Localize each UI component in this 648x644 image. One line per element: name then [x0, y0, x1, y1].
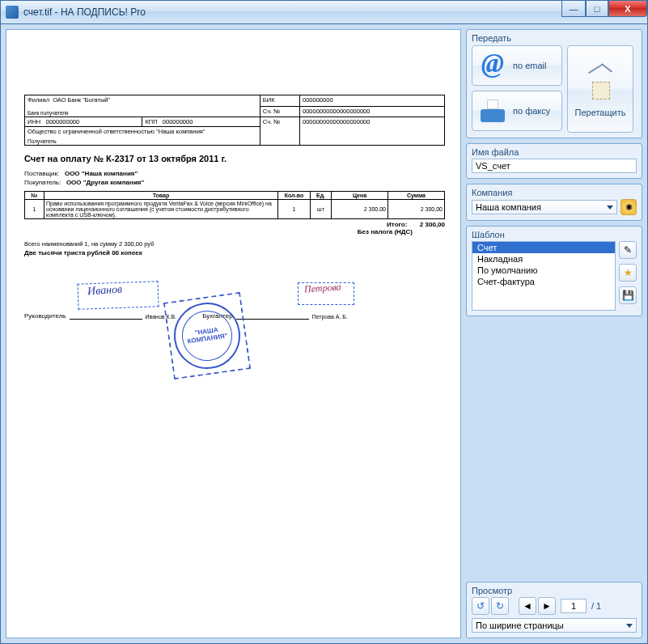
preview-panel: Просмотр ↺ ↻ ◄ ► / 1 По ширине страницы: [466, 582, 642, 638]
prev-page-button[interactable]: ◄: [519, 597, 536, 615]
company-settings-button[interactable]: ✺: [620, 199, 637, 215]
page-total: / 1: [591, 601, 601, 611]
chevron-down-icon: [607, 205, 613, 210]
gear-icon: ✺: [625, 202, 633, 213]
drag-cursor-icon: [584, 61, 616, 100]
table-row: 1 Право использования программного проду…: [25, 200, 445, 219]
document-page: Филиал ОАО Банк "Богатый" Банк получател…: [24, 38, 445, 320]
template-edit-button[interactable]: ✎: [619, 241, 637, 259]
signature-1: Иванов: [87, 283, 122, 299]
close-button[interactable]: X: [608, 1, 647, 17]
rotate-right-icon: ↻: [496, 600, 504, 612]
rotate-left-button[interactable]: ↺: [472, 597, 489, 615]
triangle-left-icon: ◄: [523, 600, 532, 612]
send-panel: Передать @ по email по факсу: [466, 29, 642, 138]
template-panel: Шаблон СчетНакладнаяПо умолчаниюСчет-фак…: [466, 226, 642, 316]
pencil-icon: ✎: [624, 244, 632, 256]
company-panel: Компания Наша компания ✺: [466, 184, 642, 221]
document-preview[interactable]: Филиал ОАО Банк "Богатый" Банк получател…: [6, 29, 461, 638]
template-item[interactable]: Счет-фактура: [472, 276, 615, 287]
rotate-right-button[interactable]: ↻: [491, 597, 509, 615]
filename-input[interactable]: [472, 159, 637, 173]
signature-2: Петрова: [304, 281, 342, 295]
template-list[interactable]: СчетНакладнаяПо умолчаниюСчет-фактура: [472, 241, 616, 311]
printer-icon: [479, 100, 506, 122]
template-item[interactable]: Накладная: [472, 253, 615, 265]
chevron-down-icon: [626, 624, 633, 628]
floppy-icon: 💾: [622, 290, 634, 301]
app-icon: [6, 6, 19, 19]
company-select[interactable]: Наша компания: [472, 200, 617, 214]
send-email-button[interactable]: @ по email: [472, 45, 562, 86]
triangle-right-icon: ►: [542, 600, 552, 612]
minimize-button[interactable]: —: [561, 1, 586, 17]
at-icon: @: [479, 52, 506, 79]
window-title: счет.tif - НА ПОДПИСЬ! Pro: [23, 6, 146, 18]
rotate-left-icon: ↺: [476, 600, 485, 612]
star-icon: ★: [624, 267, 633, 278]
stamp: "НАША КОМПАНИЯ": [163, 292, 251, 379]
invoice-title: Счет на оплату № К-2317 от 13 октября 20…: [24, 154, 445, 163]
drag-button[interactable]: Перетащить: [567, 45, 633, 133]
template-save-button[interactable]: 💾: [619, 286, 637, 304]
template-item[interactable]: По умолчанию: [472, 265, 615, 276]
template-item[interactable]: Счет: [472, 242, 615, 253]
zoom-select[interactable]: По ширине страницы: [472, 618, 637, 633]
page-number-input[interactable]: [561, 599, 587, 613]
send-fax-button[interactable]: по факсу: [472, 91, 562, 131]
filename-panel: Имя файла: [466, 143, 642, 179]
maximize-button[interactable]: □: [586, 1, 608, 17]
titlebar: счет.tif - НА ПОДПИСЬ! Pro — □ X: [0, 0, 648, 24]
next-page-button[interactable]: ►: [538, 597, 556, 615]
template-new-button[interactable]: ★: [619, 264, 637, 282]
